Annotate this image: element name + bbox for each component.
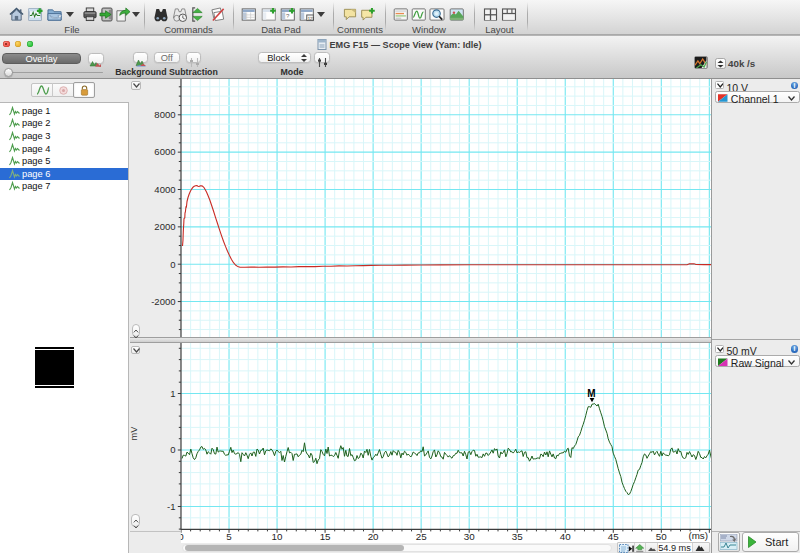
svg-text:121: 121 <box>307 16 314 21</box>
svg-text:-2000: -2000 <box>151 296 175 307</box>
svg-text:20: 20 <box>368 531 379 542</box>
svg-text:-1: -1 <box>167 501 175 512</box>
svg-text:40: 40 <box>560 531 571 542</box>
svg-text:5: 5 <box>226 531 232 542</box>
svg-text:M: M <box>587 388 595 399</box>
svg-text:50: 50 <box>656 531 667 542</box>
svg-text:30: 30 <box>464 531 475 542</box>
svg-text:1: 1 <box>170 388 175 399</box>
svg-text:8000: 8000 <box>154 109 175 120</box>
svg-text:(ms): (ms) <box>688 530 708 541</box>
svg-text:2000: 2000 <box>154 221 175 232</box>
svg-text:45: 45 <box>608 531 619 542</box>
svg-text:25: 25 <box>416 531 427 542</box>
svg-text:15: 15 <box>320 531 331 542</box>
svg-text:4000: 4000 <box>154 184 175 195</box>
svg-text:0: 0 <box>170 259 175 270</box>
svg-text:0: 0 <box>170 444 175 455</box>
svg-text:10: 10 <box>272 531 283 542</box>
svg-text:6000: 6000 <box>154 146 175 157</box>
svg-text:35: 35 <box>512 531 523 542</box>
